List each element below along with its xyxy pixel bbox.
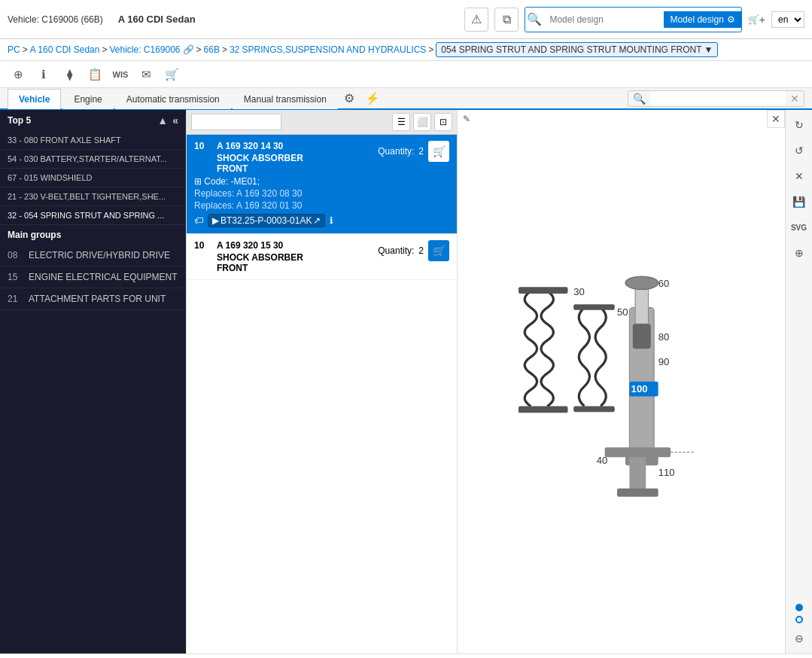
cart-toolbar-icon[interactable]: 🛒 [161,64,182,85]
part-item-1[interactable]: 10 A 169 320 15 30 SHOCK ABSORBER FRONT … [187,234,457,280]
top5-item-2[interactable]: 67 - 015 WINDSHIELD [0,169,186,187]
part-0-code: ⊞ Code: -ME01; [194,176,449,187]
middle-panel: ☰ ⬜ ⊡ 10 A 169 320 14 30 SHOCK ABSORBER … [187,110,458,653]
filter-toolbar-icon[interactable]: ⧫ [59,64,80,85]
parts-list: 10 A 169 320 14 30 SHOCK ABSORBER FRONT … [187,135,457,653]
breadcrumb-vehicle[interactable]: Vehicle: C169006 [109,44,180,55]
mail-toolbar-icon[interactable]: ✉ [135,64,157,85]
part-1-id: A 169 320 15 30 [217,240,378,251]
search-icon[interactable]: 🔍 [525,8,543,32]
breadcrumb-vehicle-link-icon[interactable]: 🔗 [183,44,194,55]
diagram-zoom-in-btn[interactable]: ⊕ [789,242,810,264]
main-group-15-num: 15 [8,272,23,282]
language-select[interactable]: en de fr [771,11,804,28]
top5-expand-btn[interactable]: « [172,114,178,126]
left-sidebar: Top 5 ▲ « 33 - 080 FRONT AXLE SHAFT 54 -… [0,110,187,653]
svg-rect-10 [633,324,651,349]
tab-search-clear-btn[interactable]: ✕ [786,91,804,106]
svg-rect-20 [617,489,658,497]
breadcrumb-pc[interactable]: PC [8,44,20,55]
svg-rect-0 [519,287,568,294]
copy-icon-btn[interactable]: ⧉ [494,8,519,32]
top-bar-left: Vehicle: C169006 (66B) A 160 CDI Sedan [8,14,196,25]
model-search-input[interactable] [543,11,664,28]
part-0-qty: Quantity: 2 🛒 [378,141,449,162]
breadcrumb-66b[interactable]: 66B [204,44,220,55]
tab-manual[interactable]: Manual transmission [233,89,338,109]
top5-item-3[interactable]: 21 - 230 V-BELT,BELT TIGHTENER,SHE... [0,187,186,206]
svg-text:90: 90 [658,356,670,367]
top-bar-right: ⚠ ⧉ 🔍 Model design ⚙ 🛒+ en de fr [464,7,804,32]
main-group-15[interactable]: 15 ENGINE ELECTRICAL EQUIPMENT [0,267,186,288]
top5-item-4[interactable]: 32 - 054 SPRING STRUT AND SPRING ... [0,206,186,225]
doc-toolbar-icon[interactable]: 📋 [84,64,105,85]
middle-filter-bar[interactable] [191,114,281,130]
diagram-save-btn[interactable]: 💾 [789,191,810,212]
warning-icon-btn[interactable]: ⚠ [464,8,488,32]
part-0-qty-val: 2 [418,146,424,157]
breadcrumb-model[interactable]: A 160 CDI Sedan [30,44,100,55]
add-to-cart-btn[interactable]: 🛒+ [748,14,765,26]
part-1-qty-label: Quantity: [378,245,414,256]
main-group-15-label: ENGINE ELECTRICAL EQUIPMENT [29,272,178,282]
part-0-id: A 169 320 14 30 [217,141,378,151]
tab-icon-2[interactable]: ⚡ [360,88,385,108]
middle-list-view-btn[interactable]: ☰ [392,113,410,131]
svg-text:50: 50 [617,307,628,318]
diagram-history-btn[interactable]: ↺ [789,140,810,161]
top5-collapse-btn[interactable]: ▲ [157,114,168,126]
diagram-close-x-btn[interactable]: ✕ [789,166,810,187]
middle-split-btn[interactable]: ⊡ [434,113,452,131]
middle-expand-btn[interactable]: ⬜ [413,113,431,131]
model-design-button[interactable]: Model design ⚙ [664,11,741,28]
breadcrumb-054-dropdown[interactable]: 054 SPRING STRUT AND SPRING STRUT MOUNTI… [436,42,718,57]
top5-item-0[interactable]: 33 - 080 FRONT AXLE SHAFT [0,131,186,150]
dropdown-arrow-icon: ▼ [704,44,713,55]
tab-search-input[interactable] [650,91,786,106]
main-group-08[interactable]: 08 ELECTRIC DRIVE/HYBRID DRIVE [0,245,186,267]
tab-vehicle[interactable]: Vehicle [8,89,61,109]
diagram-svg-btn[interactable]: SVG [789,217,810,238]
top5-item-1[interactable]: 54 - 030 BATTERY,STARTER/ALTERNAT... [0,150,186,169]
info-toolbar-icon[interactable]: ℹ [33,64,54,85]
top5-controls: ▲ « [157,114,178,126]
diagram-rotate-btn[interactable]: ↻ [789,114,810,136]
svg-rect-18 [605,447,671,457]
zoom-in-toolbar-icon[interactable]: ⊕ [8,64,29,85]
main-group-08-num: 08 [8,250,23,260]
diagram-zoom-out-btn[interactable]: ⊖ [789,628,810,649]
breadcrumb-32springs[interactable]: 32 SPRINGS,SUSPENSION AND HYDRAULICS [230,44,426,55]
tab-icon-1[interactable]: ⚙ [339,88,359,108]
main-group-21[interactable]: 21 ATTACHMENT PARTS FOR UNIT [0,288,186,310]
wis-toolbar-icon[interactable]: WIS [110,64,131,85]
part-0-code-val: -ME01; [230,176,260,187]
bottom-bar: Image ID: drawing_B32054000014 054 SPRIN… [0,653,812,658]
main-content: Top 5 ▲ « 33 - 080 FRONT AXLE SHAFT 54 -… [0,110,812,653]
breadcrumb: PC > A 160 CDI Sedan > Vehicle: C169006 … [0,39,812,61]
diagram-edit-btn[interactable]: ✎ [458,110,476,128]
tab-automatic[interactable]: Automatic transmission [115,89,231,109]
tab-search-icon-btn[interactable]: 🔍 [628,91,650,106]
part-item-0[interactable]: 10 A 169 320 14 30 SHOCK ABSORBER FRONT … [187,135,457,234]
middle-toolbar: ☰ ⬜ ⊡ [187,110,457,135]
svg-text:110: 110 [658,468,675,479]
part-1-cart-btn[interactable]: 🛒 [428,240,449,261]
diagram-svg: 30 50 [465,258,777,505]
part-0-replaces-val-0[interactable]: A 169 320 08 30 [236,188,302,199]
tab-bar: Vehicle Engine Automatic transmission Ma… [0,88,812,110]
part-0-pos: 10 [194,141,217,151]
part-0-tag-icon[interactable]: 🏷 [194,215,203,226]
part-0-replaces-0: Replaces: A 169 320 08 30 [194,188,449,199]
svg-text:60: 60 [658,278,670,289]
tab-engine[interactable]: Engine [62,89,113,109]
svg-rect-19 [629,457,646,490]
part-0-cart-btn[interactable]: 🛒 [428,141,449,162]
part-1-pos: 10 [194,240,217,251]
part-0-info-icon[interactable]: ℹ [330,215,333,226]
part-1-qty-val: 2 [418,245,424,256]
diagram-dot-inactive [795,616,803,623]
part-0-qty-label: Quantity: [378,146,414,157]
diagram-close-btn[interactable]: ✕ [767,110,785,128]
part-0-bt-tag[interactable]: ▶ BT32.25-P-0003-01AK ↗ [208,214,325,227]
part-0-replaces-val-1[interactable]: A 169 320 01 30 [236,200,302,211]
